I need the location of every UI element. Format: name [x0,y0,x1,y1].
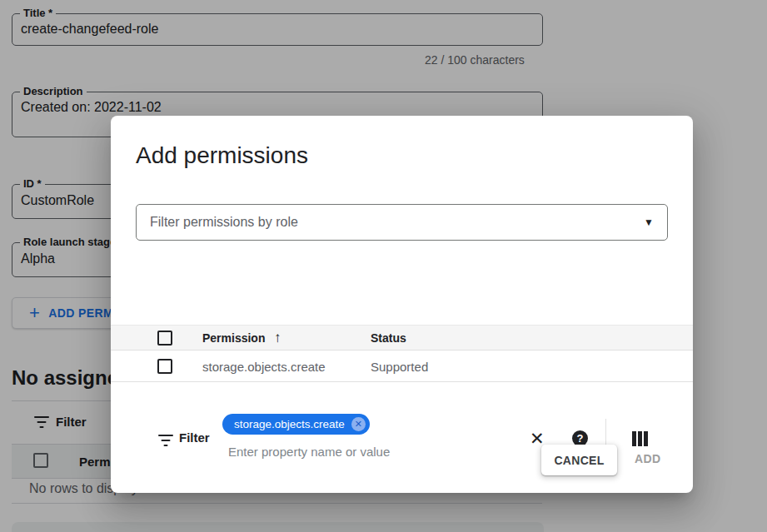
filter-label: Filter [179,430,210,445]
row-permission: storage.objects.create [202,360,326,374]
table-row[interactable]: storage.objects.create Supported [111,351,693,382]
column-display-icon[interactable] [632,431,648,446]
filter-permissions-by-role-dropdown[interactable]: Filter permissions by role ▼ [136,204,668,241]
sort-ascending-icon[interactable]: ↑ [274,330,281,346]
add-button[interactable]: ADD [635,452,661,465]
permissions-filter-toolbar: Filter storage.objects.create ✕ ✕ ? [111,264,693,322]
select-all-checkbox[interactable] [157,331,172,346]
filter-chip-label: storage.objects.create [234,418,345,430]
dialog-title: Add permissions [136,142,308,169]
chip-remove-icon[interactable]: ✕ [351,417,366,431]
row-status: Supported [371,360,428,374]
status-column-header[interactable]: Status [371,331,406,345]
permissions-table-header: Permission ↑ Status [111,325,693,351]
role-dropdown-placeholder: Filter permissions by role [150,215,298,230]
permission-column-header[interactable]: Permission [202,331,265,345]
filter-funnel-icon [157,434,173,446]
filter-chip[interactable]: storage.objects.create ✕ [222,414,370,435]
cancel-button[interactable]: CANCEL [541,445,617,475]
filter-input[interactable] [228,441,495,461]
row-checkbox[interactable] [157,359,172,374]
add-permissions-dialog: Add permissions Filter permissions by ro… [111,116,693,493]
chevron-down-icon: ▼ [644,216,654,228]
